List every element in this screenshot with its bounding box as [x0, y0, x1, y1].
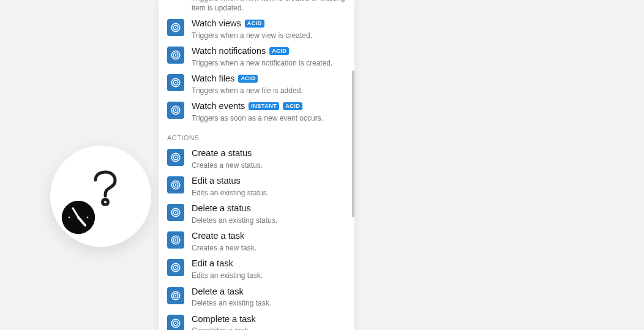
question-mark-icon[interactable] [92, 170, 119, 208]
action-item[interactable]: Create a taskCreates a new task. [159, 228, 354, 255]
app-icon [167, 176, 184, 193]
item-description: Edits an existing status. [192, 188, 346, 198]
item-text: Create a statusCreates a new status. [184, 148, 346, 170]
item-description: Deletes an existing task. [192, 298, 346, 308]
item-title: Watch views [192, 18, 241, 29]
help-clock-widget [50, 146, 151, 247]
item-description: Triggers when a new file is added. [192, 86, 346, 96]
module-list: Watch itemsACIDTriggers when a new item … [159, 0, 354, 330]
item-title: Watch files [192, 73, 234, 84]
app-icon [167, 19, 184, 36]
app-icon [167, 47, 184, 64]
item-title-row: Edit a status [192, 175, 346, 187]
item-title: Delete a status [192, 203, 251, 214]
item-title: Create a status [192, 148, 252, 159]
item-title-row: Watch notificationsACID [192, 45, 346, 57]
module-picker-panel: Watch itemsACIDTriggers when a new item … [159, 0, 354, 330]
item-description: Completes a task. [192, 326, 346, 330]
trigger-item[interactable]: Watch viewsACIDTriggers when a new view … [159, 15, 354, 43]
item-description: Triggers when a new view is created. [192, 31, 346, 40]
item-title: Watch notifications [192, 45, 266, 57]
svg-point-18 [175, 82, 176, 83]
item-description: Triggers when a new notification is crea… [192, 58, 346, 68]
item-description: Deletes an existing status. [192, 216, 346, 225]
item-text: Edit a taskEdits an existing task. [184, 258, 346, 280]
svg-point-24 [175, 157, 176, 158]
item-title-row: Watch viewsACID [192, 18, 346, 29]
item-text: Delete a statusDeletes an existing statu… [184, 203, 346, 225]
svg-point-4 [87, 217, 89, 219]
svg-point-3 [69, 217, 70, 219]
app-icon [167, 102, 184, 119]
app-icon [167, 231, 184, 249]
svg-point-36 [175, 267, 176, 268]
item-title-row: Delete a status [192, 203, 346, 214]
action-item[interactable]: Create a statusCreates a new status. [159, 145, 354, 173]
item-title: Edit a status [192, 175, 241, 187]
scrollbar-track[interactable] [351, 0, 354, 330]
app-icon [167, 315, 184, 330]
item-text: Watch eventsINSTANTACIDTriggers as soon … [184, 100, 346, 123]
action-item[interactable]: Delete a statusDeletes an existing statu… [159, 200, 354, 228]
trigger-item[interactable]: Watch itemsACIDTriggers when a new item … [159, 0, 354, 15]
item-text: Watch itemsACIDTriggers when a new item … [184, 0, 346, 13]
badge-acid: ACID [269, 47, 289, 55]
action-item[interactable]: Delete a taskDeletes an existing task. [159, 283, 354, 311]
item-title-row: Edit a task [192, 258, 346, 269]
item-text: Edit a statusEdits an existing status. [184, 175, 346, 198]
item-title: Delete a task [192, 286, 244, 298]
action-item[interactable]: Complete a taskCompletes a task. [159, 311, 354, 330]
item-title-row: Create a status [192, 148, 346, 159]
item-description: Creates a new status. [192, 160, 346, 170]
item-description: Triggers when a new item is created or e… [192, 0, 346, 13]
badge-acid: ACID [238, 75, 258, 83]
svg-point-12 [175, 27, 176, 28]
item-title-row: Watch eventsINSTANTACID [192, 100, 346, 112]
scrollbar-thumb[interactable] [352, 70, 354, 217]
item-title: Create a task [192, 230, 244, 242]
trigger-item[interactable]: Watch eventsINSTANTACIDTriggers as soon … [159, 98, 354, 126]
item-title: Complete a task [192, 313, 256, 325]
item-text: Complete a taskCompletes a task. [184, 313, 346, 330]
svg-point-39 [175, 294, 176, 296]
app-icon [167, 259, 184, 276]
svg-point-30 [175, 212, 176, 213]
action-item[interactable]: Edit a statusEdits an existing status. [159, 173, 354, 200]
badge-acid: ACID [245, 20, 264, 28]
app-icon [167, 287, 184, 304]
item-title: Watch events [192, 100, 245, 112]
trigger-item[interactable]: Watch notificationsACIDTriggers when a n… [159, 43, 354, 70]
item-title-row: Delete a task [192, 286, 346, 298]
item-description: Creates a new task. [192, 243, 346, 253]
badge-instant: INSTANT [249, 102, 279, 110]
item-description: Triggers as soon as a new event occurs. [192, 113, 346, 123]
item-title: Edit a task [192, 258, 233, 269]
item-text: Delete a taskDeletes an existing task. [184, 286, 346, 309]
item-title-row: Watch filesACID [192, 73, 346, 84]
item-text: Watch notificationsACIDTriggers when a n… [184, 45, 346, 68]
actions-section-header: ACTIONS [159, 126, 354, 145]
action-item[interactable]: Edit a taskEdits an existing task. [159, 255, 354, 283]
svg-point-15 [175, 54, 176, 56]
item-text: Watch filesACIDTriggers when a new file … [184, 73, 346, 96]
clock-icon[interactable] [62, 201, 95, 234]
item-title-row: Complete a task [192, 313, 346, 325]
svg-point-42 [175, 322, 176, 323]
item-description: Edits an existing task. [192, 271, 346, 280]
svg-point-27 [175, 184, 176, 186]
svg-point-33 [175, 239, 176, 241]
svg-point-21 [175, 110, 176, 111]
badge-acid: ACID [283, 102, 302, 110]
item-text: Watch viewsACIDTriggers when a new view … [184, 18, 346, 40]
svg-point-0 [103, 200, 108, 205]
app-icon [167, 74, 184, 91]
app-icon [167, 204, 184, 221]
item-text: Create a taskCreates a new task. [184, 230, 346, 253]
trigger-item[interactable]: Watch filesACIDTriggers when a new file … [159, 70, 354, 98]
item-title-row: Create a task [192, 230, 346, 242]
app-icon [167, 149, 184, 166]
